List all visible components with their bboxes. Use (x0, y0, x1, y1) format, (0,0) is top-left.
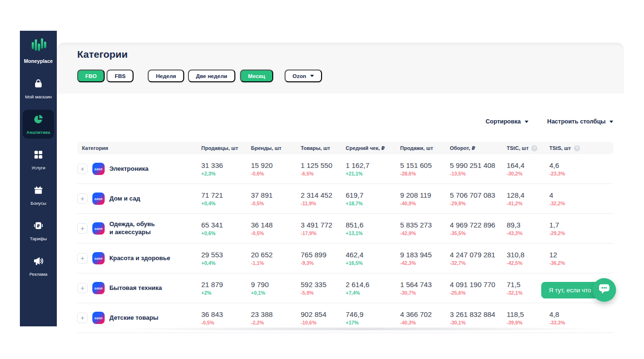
column-header-sales: Продажи, шт (400, 145, 450, 151)
metric-delta: -32,7% (450, 260, 507, 266)
filter-week-button[interactable]: Неделя (148, 70, 184, 82)
metric-delta: +0,1% (251, 290, 301, 296)
metric-value: 746,9 (346, 310, 400, 318)
sidebar-item-bonuses[interactable]: Бонусы (23, 181, 54, 210)
category-name[interactable]: Детские товары (109, 314, 158, 322)
chat-button[interactable] (592, 278, 616, 302)
brand-name: Moneyplace (24, 58, 53, 64)
metric-cell: 1 162,7+21,1% (346, 161, 400, 176)
expand-row-button[interactable]: + (77, 193, 88, 204)
metric-delta: -0,5% (201, 320, 251, 325)
metric-delta: -35,5% (450, 230, 507, 236)
metric-cell: 4,8-33,3% (549, 310, 613, 325)
metric-cell: 89,3-43,3% (507, 221, 549, 236)
metric-cell: 5 835 273-42,9% (400, 221, 450, 236)
filter-fbo-button[interactable]: FBO (77, 70, 105, 82)
metric-delta: +7,4% (346, 290, 400, 296)
sidebar-item-services[interactable]: Услуги (23, 145, 54, 174)
metric-cell: 9 208 119-40,9% (400, 191, 450, 206)
table-row: + ozon Дом и сад 71 721+0,4%37 891-0,5%2… (77, 184, 613, 214)
sort-dropdown[interactable]: Сортировка (486, 118, 528, 125)
filter-two-weeks-button[interactable]: Две недели (188, 70, 235, 82)
category-name[interactable]: Дом и сад (109, 195, 140, 203)
column-header-avg-check: Средний чек, ₽ (346, 145, 400, 151)
metric-cell: 1 125 550-6,5% (301, 161, 346, 176)
metric-value: 4 366 702 (400, 310, 450, 318)
metric-value: 4 (549, 191, 613, 199)
category-cell: + ozon Дом и сад (77, 193, 201, 205)
metric-cell: 9 183 945-42,3% (400, 251, 450, 266)
expand-row-button[interactable]: + (77, 223, 88, 234)
metric-value: 31 336 (201, 161, 251, 169)
expand-row-button[interactable]: + (77, 164, 88, 174)
metric-value: 1 125 550 (301, 161, 346, 169)
metric-cell: 5 151 605-28,6% (400, 161, 450, 176)
expand-row-button[interactable]: + (77, 283, 88, 293)
sidebar-item-tariffs[interactable]: ₽ Тарифы (23, 216, 54, 245)
metric-value: 462,4 (346, 251, 400, 259)
metric-cell: 4 969 722 896-35,5% (450, 221, 507, 236)
metric-cell: 37 891-0,5% (251, 191, 301, 206)
metric-cell: 5 706 707 083-29,9% (450, 191, 507, 206)
category-cell: + ozon Бытовая техника (77, 282, 201, 294)
metric-delta: +2% (201, 290, 251, 296)
marketplace-dropdown[interactable]: Ozon (285, 70, 322, 82)
category-name[interactable]: Одежда, обувь и аксессуары (109, 220, 155, 236)
metric-delta: +16,5% (346, 260, 400, 266)
metric-delta: +0,6% (201, 230, 251, 236)
metric-cell: 1 564 743-30,7% (400, 280, 450, 296)
table-header-row: Категория Продавцы, шт Бренды, шт Товары… (77, 142, 613, 154)
metric-value: 36 148 (251, 221, 301, 229)
category-name[interactable]: Красота и здоровье (109, 254, 170, 263)
metric-value: 5 835 273 (400, 221, 450, 229)
metric-cell: 4 366 702-40,3% (400, 310, 450, 325)
filter-month-button[interactable]: Месяц (240, 70, 273, 82)
metric-value: 4,6 (549, 161, 613, 169)
metric-value: 23 388 (251, 310, 301, 318)
help-icon[interactable]: ? (574, 145, 580, 151)
table-row: + ozon Красота и здоровье 29 553+0,4%20 … (77, 244, 613, 273)
chat-tooltip[interactable]: Я тут, если что (541, 282, 599, 298)
ozon-marketplace-icon: ozon (92, 163, 105, 175)
metric-cell: 462,4+16,5% (346, 251, 400, 266)
metric-cell: 4-32,2% (549, 191, 613, 206)
metric-value: 1 564 743 (400, 280, 450, 289)
sidebar-item-my-shop[interactable]: Мой магазин (23, 74, 54, 103)
metric-cell: 71 721+0,4% (201, 191, 251, 206)
megaphone-icon (33, 256, 44, 268)
metric-cell: 23 388-2,2% (251, 310, 301, 325)
metric-value: 9 790 (251, 280, 301, 289)
metric-delta: +17% (346, 320, 400, 325)
ozon-marketplace-icon: ozon (92, 252, 105, 264)
table-row: + ozon Электроника 31 336+2,3%15 920-0,6… (77, 154, 613, 184)
table-row: + ozon Бытовая техника 21 879+2%9 790+0,… (77, 273, 613, 303)
category-name[interactable]: Электроника (109, 165, 149, 173)
metric-delta: -42,5% (507, 260, 549, 266)
metric-delta: -33,3% (549, 320, 613, 325)
sort-label: Сортировка (486, 118, 521, 125)
brand-logo[interactable]: Moneyplace (24, 37, 53, 64)
sidebar-item-label: Мой магазин (25, 94, 52, 99)
metric-delta: -28,6% (400, 171, 450, 176)
sidebar-item-label: Аналитика (27, 130, 50, 135)
page-header: Категории FBO FBS Неделя Две недели Меся… (57, 43, 624, 94)
category-name[interactable]: Бытовая техника (109, 284, 162, 292)
table-body: + ozon Электроника 31 336+2,3%15 920-0,6… (77, 154, 613, 333)
category-cell: + ozon Детские товары (77, 312, 201, 324)
metric-value: 592 335 (301, 280, 346, 289)
metric-cell: 15 920-0,6% (251, 161, 301, 176)
sidebar-item-ads[interactable]: Реклама (23, 252, 54, 280)
sidebar-item-analytics[interactable]: Аналитика (23, 110, 54, 139)
filter-fbs-button[interactable]: FBS (107, 70, 134, 82)
metric-value: 902 854 (301, 310, 346, 318)
metric-delta: -36,2% (549, 260, 613, 266)
metric-delta: +21,1% (346, 171, 400, 176)
metric-value: 9 183 945 (400, 251, 450, 259)
expand-row-button[interactable]: + (77, 313, 88, 323)
configure-columns-dropdown[interactable]: Настроить столбцы (547, 118, 613, 125)
metric-cell: 5 990 251 408-13,5% (450, 161, 507, 176)
expand-row-button[interactable]: + (77, 253, 88, 263)
help-icon[interactable]: ? (531, 145, 537, 151)
metric-delta: -42,9% (400, 230, 450, 236)
metric-cell: 765 899-9,3% (301, 251, 346, 266)
